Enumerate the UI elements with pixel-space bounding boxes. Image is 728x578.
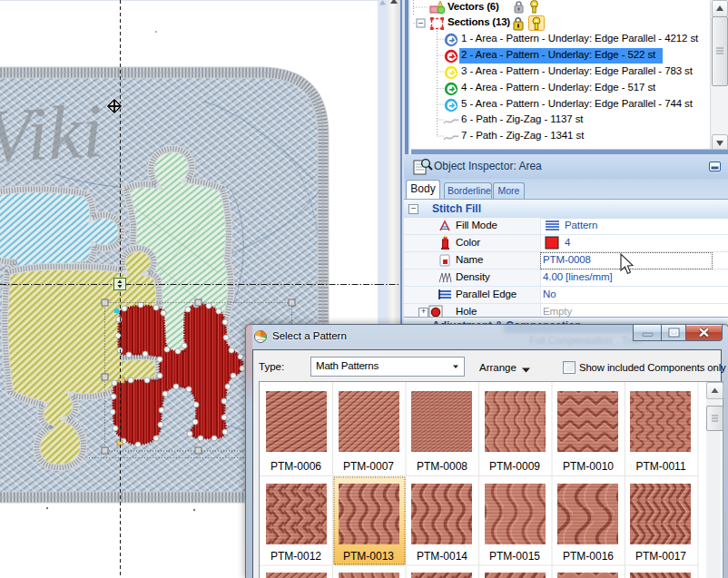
svg-text:Viki: Viki [0, 88, 105, 179]
